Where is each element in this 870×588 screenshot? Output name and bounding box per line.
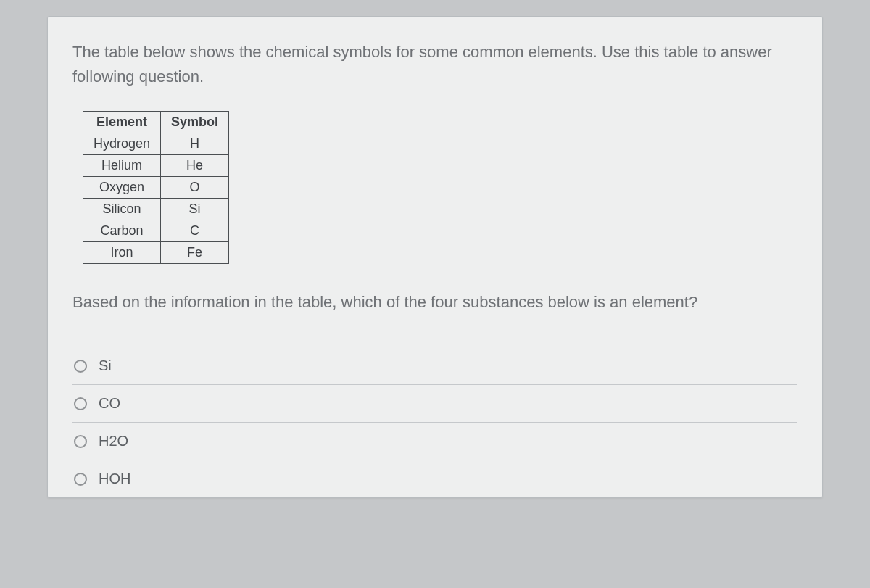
table-row: Helium He	[83, 155, 229, 177]
cell-symbol: Si	[161, 199, 229, 220]
table-row: Silicon Si	[83, 199, 229, 220]
header-symbol: Symbol	[161, 112, 229, 133]
cell-symbol: H	[161, 133, 229, 155]
table-row: Iron Fe	[83, 242, 229, 264]
radio-icon	[74, 360, 87, 373]
table-header-row: Element Symbol	[83, 112, 229, 133]
cell-symbol: Fe	[161, 242, 229, 264]
option-h2o[interactable]: H2O	[72, 422, 798, 460]
table-row: Hydrogen H	[83, 133, 229, 155]
cell-element: Iron	[83, 242, 161, 264]
cell-element: Hydrogen	[83, 133, 161, 155]
cell-element: Helium	[83, 155, 161, 177]
option-co[interactable]: CO	[72, 384, 798, 422]
option-hoh[interactable]: HOH	[72, 460, 798, 497]
question-intro-text: The table below shows the chemical symbo…	[72, 40, 798, 89]
cell-symbol: C	[161, 220, 229, 242]
option-label: HOH	[99, 471, 130, 487]
header-element: Element	[83, 112, 161, 133]
radio-icon	[74, 435, 87, 448]
cell-element: Silicon	[83, 199, 161, 220]
radio-icon	[74, 397, 87, 410]
table-row: Carbon C	[83, 220, 229, 242]
elements-table: Element Symbol Hydrogen H Helium He Oxyg…	[83, 111, 229, 264]
cell-element: Carbon	[83, 220, 161, 242]
option-label: CO	[99, 395, 120, 412]
option-label: H2O	[99, 433, 128, 450]
option-si[interactable]: Si	[72, 347, 798, 384]
question-prompt-text: Based on the information in the table, w…	[72, 290, 798, 315]
option-label: Si	[99, 357, 112, 374]
cell-symbol: O	[161, 177, 229, 199]
options-list: Si CO H2O HOH	[72, 347, 798, 497]
cell-element: Oxygen	[83, 177, 161, 199]
cell-symbol: He	[161, 155, 229, 177]
radio-icon	[74, 473, 87, 486]
table-row: Oxygen O	[83, 177, 229, 199]
question-card: The table below shows the chemical symbo…	[47, 16, 823, 498]
